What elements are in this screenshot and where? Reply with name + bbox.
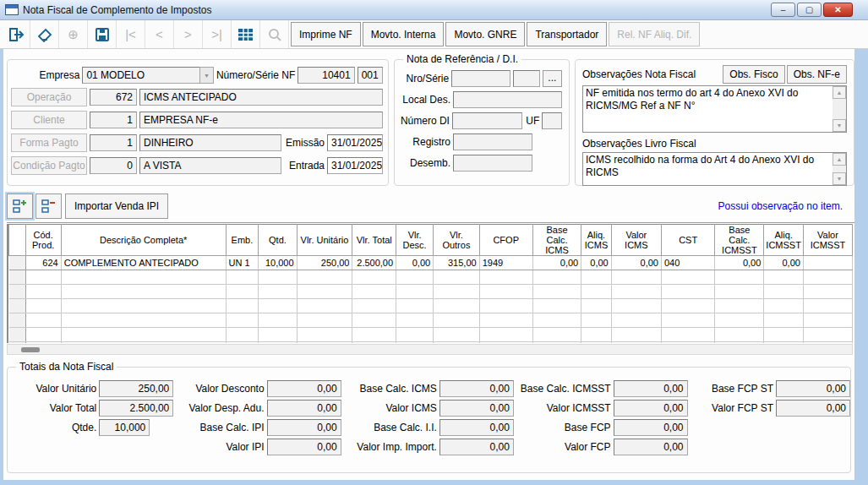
obs-fisco-button[interactable]: Obs. Fisco bbox=[723, 65, 784, 84]
forma-pagto-code-field[interactable]: 1 bbox=[90, 134, 137, 151]
nav-prev-button[interactable]: < bbox=[145, 20, 174, 48]
col-qtd[interactable]: Qtd. bbox=[259, 225, 297, 256]
base-fcp-st-field[interactable]: 0,00 bbox=[776, 380, 850, 397]
valor-unitario-field[interactable]: 250,00 bbox=[99, 380, 173, 397]
empty-row[interactable] bbox=[9, 328, 853, 342]
entrada-date-field[interactable]: 31/01/2025 bbox=[327, 157, 383, 174]
cell-valor-icmsst[interactable] bbox=[803, 256, 852, 270]
grid-view-button[interactable] bbox=[232, 20, 260, 48]
valor-desconto-field[interactable]: 0,00 bbox=[267, 380, 341, 397]
add-record-button[interactable]: ⊕ bbox=[59, 20, 88, 48]
valor-icms-field[interactable]: 0,00 bbox=[439, 400, 514, 417]
ref-browse-button[interactable]: ... bbox=[543, 70, 562, 87]
empty-row[interactable] bbox=[9, 313, 853, 328]
obs-nf-scrollbar[interactable]: ▲ ▼ bbox=[833, 86, 846, 132]
emissao-date-field[interactable]: 31/01/2025 bbox=[327, 134, 383, 151]
base-calc-ii-field[interactable]: 0,00 bbox=[439, 419, 514, 436]
col-valor-icmsst[interactable]: Valor ICMSST bbox=[803, 225, 852, 256]
qtde-field[interactable]: 10,000 bbox=[99, 419, 150, 436]
cliente-desc-field[interactable]: EMPRESA NF-e bbox=[139, 112, 383, 128]
save-button[interactable] bbox=[88, 20, 117, 48]
cell-emb[interactable]: UN 1 bbox=[226, 256, 259, 270]
empty-row[interactable] bbox=[9, 270, 853, 285]
col-descricao[interactable]: Descrição Completa* bbox=[61, 225, 226, 256]
col-cst[interactable]: CST bbox=[661, 225, 714, 256]
nav-last-button[interactable]: >| bbox=[203, 20, 232, 48]
scroll-up-icon[interactable]: ▲ bbox=[833, 153, 846, 166]
operacao-code-field[interactable]: 672 bbox=[90, 89, 137, 106]
close-button[interactable]: ✕ bbox=[823, 3, 853, 17]
condicao-pagto-desc-field[interactable]: A VISTA bbox=[139, 157, 281, 174]
obs-nfe-button[interactable]: Obs. NF-e bbox=[787, 65, 847, 84]
col-aliq-icmsst[interactable]: Aliq. ICMSST bbox=[764, 225, 804, 256]
local-des-field[interactable] bbox=[453, 91, 562, 108]
col-base-calc-icms[interactable]: Base Calc. ICMS bbox=[532, 225, 581, 256]
valor-desp-adu-field[interactable]: 0,00 bbox=[267, 400, 341, 417]
scroll-down-icon[interactable]: ▼ bbox=[833, 172, 846, 185]
exit-button[interactable] bbox=[2, 20, 30, 48]
cell-vlr-unitario[interactable]: 250,00 bbox=[297, 256, 352, 270]
add-item-button[interactable] bbox=[7, 193, 33, 219]
base-calc-icms-field[interactable]: 0,00 bbox=[439, 380, 514, 397]
items-grid[interactable]: Cód. Prod. Descrição Completa* Emb. Qtd.… bbox=[7, 224, 853, 343]
cell-aliq-icms[interactable]: 0,00 bbox=[581, 256, 611, 270]
valor-fcp-st-field[interactable]: 0,00 bbox=[776, 400, 850, 417]
imprime-nf-button[interactable]: Imprime NF bbox=[291, 22, 361, 46]
scroll-up-icon[interactable]: ▲ bbox=[833, 86, 846, 99]
desemb-field[interactable] bbox=[453, 155, 532, 172]
ref-nro-field[interactable] bbox=[451, 70, 510, 87]
grid-horizontal-scrollbar[interactable] bbox=[7, 344, 853, 355]
cell-vlr-outros[interactable]: 315,00 bbox=[434, 256, 480, 270]
cliente-code-field[interactable]: 1 bbox=[90, 112, 137, 128]
empty-row[interactable] bbox=[9, 299, 853, 313]
col-vlr-outros[interactable]: Vlr. Outros bbox=[434, 225, 480, 256]
minimize-button[interactable]: – bbox=[771, 3, 795, 17]
numero-nf-field[interactable]: 10401 bbox=[298, 67, 354, 84]
movto-interna-button[interactable]: Movto. Interna bbox=[363, 22, 445, 46]
scroll-down-icon[interactable]: ▼ bbox=[833, 119, 846, 132]
item-row[interactable]: 624 COMPLEMENTO ANTECIPADO UN 1 10,000 2… bbox=[9, 256, 853, 270]
empresa-select[interactable]: 01 MODELO ▼ bbox=[82, 67, 213, 84]
base-calc-ipi-field[interactable]: 0,00 bbox=[267, 419, 341, 436]
empty-row[interactable] bbox=[9, 342, 853, 344]
obs-nota-fiscal-textarea[interactable]: NF emitida nos termo do art 4 do Anexo X… bbox=[582, 85, 847, 133]
cell-vlr-total[interactable]: 2.500,00 bbox=[352, 256, 396, 270]
base-calc-icmsst-field[interactable]: 0,00 bbox=[614, 380, 688, 397]
cell-vlr-desc[interactable]: 0,00 bbox=[396, 256, 434, 270]
cell-aliq-icmsst[interactable]: 0,00 bbox=[764, 256, 804, 270]
movto-gnre-button[interactable]: Movto. GNRE bbox=[445, 22, 525, 46]
title-bar[interactable]: Nota Fiscal de Complemento de Impostos –… bbox=[0, 0, 868, 20]
uf-field[interactable] bbox=[542, 112, 562, 129]
col-aliq-icms[interactable]: Aliq. ICMS bbox=[581, 225, 611, 256]
col-cod-prod[interactable]: Cód. Prod. bbox=[25, 225, 61, 256]
importar-venda-ipi-button[interactable]: Importar Venda IPI bbox=[65, 193, 168, 219]
valor-fcp-field[interactable]: 0,00 bbox=[614, 439, 688, 455]
scrollbar-thumb[interactable] bbox=[21, 347, 40, 352]
nav-next-button[interactable]: > bbox=[174, 20, 203, 48]
obs-livro-scrollbar[interactable]: ▲ ▼ bbox=[833, 153, 846, 185]
numero-di-field[interactable] bbox=[452, 112, 522, 129]
forma-pagto-desc-field[interactable]: DINHEIRO bbox=[139, 134, 281, 151]
cell-base-calc-icms[interactable]: 0,00 bbox=[532, 256, 581, 270]
operacao-desc-field[interactable]: ICMS ANTECIPADO bbox=[139, 89, 383, 106]
col-vlr-unitario[interactable]: Vlr. Unitário bbox=[297, 225, 352, 256]
obs-livro-fiscal-textarea[interactable]: ICMS recolhido na forma do Art 4 do Anex… bbox=[582, 152, 847, 186]
cell-cod-prod[interactable]: 624 bbox=[25, 256, 61, 270]
row-selector[interactable] bbox=[9, 256, 26, 270]
cell-descricao[interactable]: COMPLEMENTO ANTECIPADO bbox=[61, 256, 226, 270]
serie-nf-field[interactable]: 001 bbox=[358, 67, 383, 84]
cell-cst[interactable]: 040 bbox=[661, 256, 714, 270]
chevron-down-icon[interactable]: ▼ bbox=[199, 67, 214, 84]
cell-base-calc-icmsst[interactable]: 0,00 bbox=[715, 256, 764, 270]
clear-button[interactable] bbox=[30, 20, 59, 48]
search-button[interactable] bbox=[260, 20, 289, 48]
col-valor-icms[interactable]: Valor ICMS bbox=[611, 225, 661, 256]
transportador-button[interactable]: Transportador bbox=[527, 22, 607, 46]
empty-row[interactable] bbox=[9, 285, 853, 299]
col-cfop[interactable]: CFOP bbox=[479, 225, 532, 256]
col-emb[interactable]: Emb. bbox=[226, 225, 259, 256]
base-fcp-field[interactable]: 0,00 bbox=[614, 419, 688, 436]
valor-ipi-field[interactable]: 0,00 bbox=[267, 439, 341, 455]
cell-cfop[interactable]: 1949 bbox=[479, 256, 532, 270]
col-vlr-desc[interactable]: Vlr. Desc. bbox=[396, 225, 434, 256]
